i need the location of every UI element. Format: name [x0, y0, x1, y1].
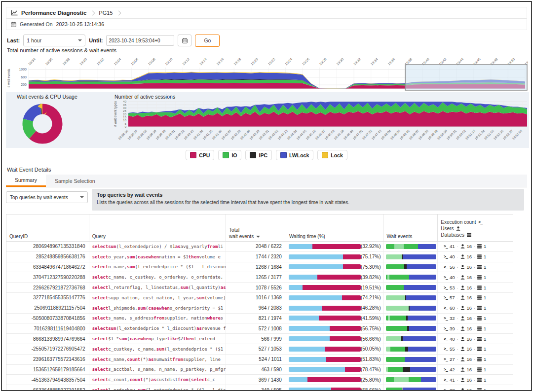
svg-text:19:52:58: 19:52:58 — [511, 129, 523, 140]
svg-text:30: 30 — [123, 107, 126, 109]
wait-events-cell — [384, 283, 438, 292]
legend-label: LWLock — [289, 152, 309, 158]
database-icon — [477, 347, 482, 351]
total-wait-events: 463 / 590 — [226, 365, 286, 375]
execution-count: 42 — [450, 367, 455, 372]
waiting-time-cell: (78.47%) — [286, 365, 384, 375]
go-button[interactable]: Go — [195, 35, 220, 47]
table-row[interactable]: 1536512659179185664 select s_acctbal, s_… — [6, 364, 513, 375]
waiting-time-cell: (39.82%) — [286, 272, 384, 282]
table-row[interactable]: 3277185455355147776 select supp_nation, … — [6, 292, 513, 303]
execution-count: 28 — [450, 388, 455, 391]
user-icon — [460, 316, 465, 321]
wait-events-cell — [384, 355, 438, 364]
table-row[interactable]: -6633648885927191552 select l_orderkey, … — [6, 385, 513, 391]
execution-count: 55 — [450, 346, 455, 352]
waiting-time-bar — [289, 295, 361, 300]
legend-toggle-cpu[interactable]: CPU — [186, 150, 214, 160]
wait-events-bar — [386, 316, 436, 321]
user-icon — [456, 226, 460, 231]
svg-text:20: 20 — [123, 113, 126, 116]
query-text: select c_name, c_custkey, o_orderkey, o_… — [89, 272, 226, 282]
table-row[interactable]: 8668133989974769664 select $1 * sum(case… — [6, 333, 513, 344]
breadcrumb-server[interactable]: PG15 — [99, 10, 113, 16]
svg-text:19:32: 19:32 — [353, 57, 361, 66]
table-row[interactable]: 6334849674718646272 select n_name, sum(l… — [6, 262, 513, 272]
exec-cell: >_ 41 16 1 — [438, 375, 513, 385]
users-count: 16 — [467, 275, 472, 280]
table-row[interactable]: -4513637949438357504 select c_count, cou… — [6, 374, 513, 385]
table-row[interactable]: 2266267921872736768 select l_returnflag,… — [6, 282, 513, 292]
waiting-time-pct: (39.82%) — [361, 275, 384, 280]
execution-count: 39 — [450, 326, 455, 331]
table-row[interactable]: -5050080733870841856 select s_name, s_ad… — [6, 313, 513, 323]
legend-toggle-io[interactable]: IO — [218, 150, 241, 160]
terminal-icon: >_ — [444, 295, 448, 300]
table-row[interactable]: -2550571972276905472 select c_custkey, c… — [6, 344, 513, 354]
terminal-icon: >_ — [444, 326, 448, 331]
col-total-wait-events[interactable]: Total wait events — [226, 214, 286, 241]
last-interval-select[interactable]: 1 hour — [23, 35, 85, 46]
filter-info-title: Top queries by wait events — [97, 192, 519, 198]
query-text: select l_shipmode, sum(case when o_order… — [89, 303, 226, 313]
database-icon — [477, 316, 482, 321]
svg-text:19:00: 19:00 — [79, 57, 87, 66]
wait-type-legend: CPUIOIPCLWLockLock — [2, 150, 531, 160]
svg-text:19:10: 19:10 — [164, 57, 173, 66]
chevron-right-icon — [90, 10, 95, 15]
waiting-time-pct: (78.47%) — [361, 367, 384, 372]
query-id: 8668133989974769664 — [6, 334, 89, 344]
query-id: -2550571972276905472 — [6, 344, 89, 354]
legend-toggle-lwlock[interactable]: LWLock — [276, 150, 313, 160]
databases-count: 1 — [484, 254, 486, 259]
exec-cell: >_ 40 16 1 — [438, 272, 513, 282]
terminal-icon: >_ — [444, 244, 448, 249]
svg-text:19:02: 19:02 — [96, 57, 105, 66]
legend-toggle-ipc[interactable]: IPC — [245, 150, 272, 160]
waiting-time-pct: (51.83%) — [361, 356, 384, 362]
tab-summary[interactable]: Summary — [6, 175, 46, 187]
table-row[interactable]: 3704712327590220288 select c_name, c_cus… — [6, 272, 513, 282]
generated-on-value: 2023-10-25 13:14:36 — [56, 21, 105, 27]
table-row[interactable]: 285248859856638176 select o_year, sum(ca… — [6, 251, 513, 262]
svg-text:# wait event types: # wait event types — [114, 101, 117, 127]
databases-count: 1 — [484, 388, 486, 391]
tab-sample-selection[interactable]: Sample Selection — [46, 175, 104, 187]
until-datetime-input[interactable] — [106, 35, 174, 46]
user-icon — [460, 337, 465, 341]
until-label: Until: — [89, 37, 103, 43]
svg-text:19:22: 19:22 — [267, 57, 275, 66]
terminal-icon: >_ — [478, 220, 482, 224]
table-row[interactable]: 7016288111619404800 select sum(l_extende… — [6, 323, 513, 333]
total-wait-events: 1078 / 5526 — [226, 283, 286, 292]
line-chart-icon — [11, 10, 18, 16]
table-row[interactable]: 2806948967135331840 select sum(l_extende… — [6, 242, 513, 251]
users-count: 16 — [467, 377, 472, 383]
query-text: select s_name, count(*) as numwait from … — [89, 355, 226, 364]
query-filter-select[interactable]: Top queries by wait events — [6, 191, 88, 203]
col-query: Query — [89, 214, 226, 241]
legend-toggle-lock[interactable]: Lock — [317, 150, 347, 160]
svg-text:19:14: 19:14 — [199, 57, 207, 66]
terminal-icon: >_ — [444, 306, 448, 310]
sort-desc-icon — [256, 236, 260, 238]
waiting-time-cell: (19.51%) — [286, 283, 384, 292]
svg-text:5: 5 — [125, 122, 127, 125]
table-row[interactable]: 2506911889211157504 select l_shipmode, s… — [6, 303, 513, 313]
wait-events-bar — [386, 388, 436, 391]
waiting-time-pct: (74.21%) — [361, 295, 384, 300]
until-calendar-button[interactable] — [178, 35, 191, 46]
wait-events-cell — [384, 252, 438, 262]
databases-count: 1 — [484, 316, 486, 321]
user-icon — [460, 285, 465, 290]
sessions-waits-chart[interactable]: 200600100018:5418:5618:5819:0019:0219:04… — [6, 53, 528, 93]
execution-count: 40 — [450, 254, 455, 259]
wait-events-cell — [384, 344, 438, 354]
col-wait-events: Wait events — [383, 214, 438, 241]
waiting-time-pct: (75.17%) — [361, 254, 384, 259]
terminal-icon: >_ — [444, 265, 448, 269]
user-icon — [460, 347, 465, 351]
svg-text:19:06: 19:06 — [130, 57, 139, 66]
time-selection-brush[interactable] — [405, 65, 527, 90]
table-row[interactable]: 2396163775572143616 select s_name, count… — [6, 354, 513, 364]
